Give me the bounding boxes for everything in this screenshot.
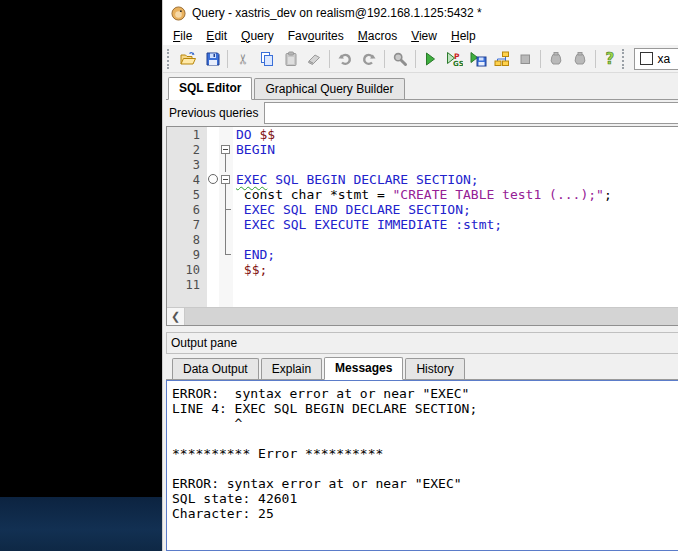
- explain-query-icon: [494, 51, 510, 67]
- commit-transaction-icon: [548, 51, 564, 67]
- output-tabstrip: Data Output Explain Messages History: [166, 356, 678, 380]
- code-line: 1 DO $$: [167, 127, 678, 142]
- toolbar: ✂: [163, 45, 678, 73]
- messages-text: ERROR: syntax error at or near "EXEC" LI…: [167, 381, 678, 521]
- code-line: 10 $$;: [167, 262, 678, 277]
- fold-collapse-icon[interactable]: [219, 142, 233, 157]
- code-line: 4 EXEC SQL BEGIN DECLARE SECTION;: [167, 172, 678, 187]
- menu-help[interactable]: Help: [444, 28, 483, 44]
- execute-pgscript-icon: P GS: [445, 51, 463, 67]
- code-line: 8: [167, 232, 678, 247]
- code-line: 3: [167, 157, 678, 172]
- execute-pgscript-button[interactable]: P GS: [442, 48, 466, 70]
- execute-to-file-icon: [469, 51, 487, 67]
- copy-icon: [259, 51, 275, 67]
- connection-combobox[interactable]: xa: [634, 48, 678, 70]
- rollback-transaction-icon: [572, 51, 588, 67]
- main-content: SQL Editor Graphical Query Builder Previ…: [163, 73, 678, 551]
- clear-window-button[interactable]: [303, 48, 327, 70]
- svg-text:?: ?: [606, 51, 615, 67]
- find-replace-icon: [392, 51, 408, 67]
- tab-history[interactable]: History: [405, 358, 464, 379]
- sql-editor-text-area[interactable]: 1 DO $$ 2 BEGIN 3 4: [167, 127, 678, 307]
- help-icon: ?: [602, 51, 618, 67]
- code-line: 7 EXEC SQL EXECUTE IMMEDIATE :stmt;: [167, 217, 678, 232]
- tab-data-output[interactable]: Data Output: [172, 358, 259, 379]
- redo-button[interactable]: [357, 48, 381, 70]
- toolbar-separator: [227, 50, 228, 68]
- sql-editor: 1 DO $$ 2 BEGIN 3 4: [166, 126, 678, 326]
- toolbar-separator: [329, 50, 330, 68]
- paste-icon: [283, 51, 299, 67]
- execute-query-icon: [422, 51, 438, 67]
- menu-favourites[interactable]: Favourites: [281, 28, 351, 44]
- scroll-left-arrow-icon[interactable]: ❮: [167, 308, 185, 325]
- open-file-button[interactable]: [177, 48, 201, 70]
- toolbar-separator: [415, 50, 416, 68]
- toolbar-gripper[interactable]: [167, 49, 173, 69]
- titlebar: Query - xastris_dev on realism@192.168.1…: [163, 0, 678, 26]
- code-line: 11: [167, 277, 678, 292]
- cut-icon: ✂: [236, 53, 250, 65]
- output-pane-caption[interactable]: Output pane: [166, 332, 678, 354]
- tab-sql-editor[interactable]: SQL Editor: [168, 77, 252, 100]
- connection-combo-text: xa: [657, 52, 670, 66]
- svg-text:GS: GS: [453, 60, 463, 67]
- cut-button[interactable]: ✂: [231, 48, 255, 70]
- save-button[interactable]: [201, 48, 225, 70]
- editor-tabstrip: SQL Editor Graphical Query Builder: [166, 76, 678, 100]
- menubar: File Edit Query Favourites Macros View H…: [163, 26, 678, 45]
- save-icon: [205, 51, 221, 67]
- connection-checkbox-icon: [640, 52, 653, 65]
- undo-icon: [337, 51, 353, 67]
- code-line: 5 const char *stmt = "CREATE TABLE test1…: [167, 187, 678, 202]
- tab-graphical-query-builder[interactable]: Graphical Query Builder: [254, 78, 404, 99]
- execute-to-file-button[interactable]: [466, 48, 490, 70]
- cancel-query-button[interactable]: [513, 48, 537, 70]
- window-title: Query - xastris_dev on realism@192.168.1…: [192, 6, 482, 20]
- menu-macros[interactable]: Macros: [351, 28, 404, 44]
- cancel-query-icon: [517, 51, 533, 67]
- toolbar-separator: [384, 50, 385, 68]
- horizontal-scrollbar[interactable]: ❮: [167, 307, 678, 325]
- scrollbar-track[interactable]: [185, 308, 678, 325]
- code-line: 2 BEGIN: [167, 142, 678, 157]
- query-tool-window: Query - xastris_dev on realism@192.168.1…: [162, 0, 678, 551]
- rollback-transaction-button[interactable]: [568, 48, 592, 70]
- commit-transaction-button[interactable]: [544, 48, 568, 70]
- code-line: 9 END;: [167, 247, 678, 262]
- fold-collapse-icon[interactable]: [219, 172, 233, 187]
- copy-button[interactable]: [255, 48, 279, 70]
- tab-explain[interactable]: Explain: [261, 358, 322, 379]
- toolbar-gripper[interactable]: [622, 49, 628, 69]
- clear-window-icon: [306, 51, 322, 67]
- previous-queries-label: Previous queries: [169, 106, 258, 120]
- toolbar-separator: [595, 50, 596, 68]
- menu-view[interactable]: View: [404, 28, 444, 44]
- menu-file[interactable]: File: [166, 28, 199, 44]
- execute-query-button[interactable]: [419, 48, 443, 70]
- redo-icon: [361, 51, 377, 67]
- toolbar-separator: [540, 50, 541, 68]
- help-button[interactable]: ?: [599, 48, 623, 70]
- tab-messages[interactable]: Messages: [324, 357, 403, 380]
- code-line: 6 EXEC SQL END DECLARE SECTION;: [167, 202, 678, 217]
- pgadmin-app-icon: [171, 6, 186, 21]
- find-replace-button[interactable]: [388, 48, 412, 70]
- previous-queries-combobox[interactable]: [264, 102, 678, 124]
- paste-button[interactable]: [279, 48, 303, 70]
- messages-panel[interactable]: ERROR: syntax error at or near "EXEC" LI…: [166, 380, 678, 551]
- explain-query-button[interactable]: [490, 48, 514, 70]
- error-marker-icon: [208, 174, 218, 184]
- open-file-icon: [180, 51, 197, 67]
- undo-button[interactable]: [333, 48, 357, 70]
- previous-queries-row: Previous queries: [166, 100, 678, 126]
- menu-edit[interactable]: Edit: [199, 28, 234, 44]
- menu-query[interactable]: Query: [234, 28, 281, 44]
